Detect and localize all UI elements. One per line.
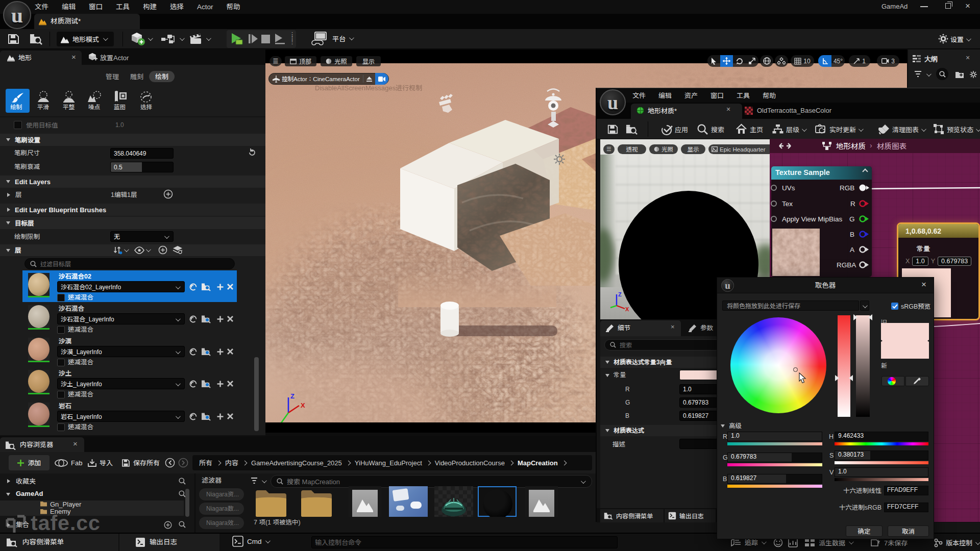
svg-text:Z: Z (290, 392, 295, 400)
svg-text:X: X (625, 306, 629, 312)
svg-text:X: X (301, 402, 305, 409)
svg-text:DisableAllScreenMessages进行枧制: DisableAllScreenMessages进行枧制 (315, 84, 422, 92)
svg-text:Z: Z (618, 291, 622, 297)
